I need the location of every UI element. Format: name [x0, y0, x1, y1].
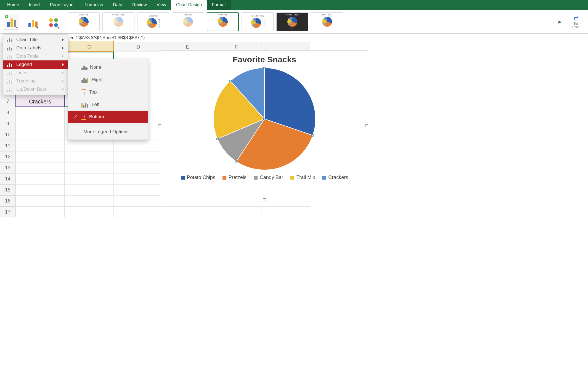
- legend-submenu: × None Right Top Left ✓ Bottom More Lege…: [68, 59, 148, 140]
- row-header[interactable]: 13: [0, 162, 15, 173]
- tab-view[interactable]: View: [152, 0, 171, 10]
- cell[interactable]: [114, 151, 163, 162]
- cell[interactable]: [114, 206, 163, 217]
- chart-design-toolbar: +: [0, 10, 588, 34]
- bar-chart-icon: [7, 37, 13, 42]
- chart-style-option[interactable]: Chart Title▪ ▪ ▪ ▪ ▪: [207, 12, 239, 31]
- legend-item[interactable]: Trail Mix: [290, 175, 315, 180]
- column-header[interactable]: D: [114, 42, 163, 52]
- legend-top[interactable]: Top: [68, 86, 148, 98]
- cell[interactable]: [15, 140, 65, 151]
- resize-handle[interactable]: [365, 124, 368, 127]
- bar-chart-icon: [7, 54, 13, 59]
- row-header[interactable]: 7: [0, 96, 15, 107]
- cell[interactable]: [261, 206, 310, 217]
- tab-data[interactable]: Data: [108, 0, 127, 10]
- cell[interactable]: [163, 206, 212, 217]
- legend-none[interactable]: × None: [68, 61, 148, 73]
- cell[interactable]: [65, 151, 114, 162]
- menu-data-labels[interactable]: Data Labels: [3, 44, 68, 52]
- trendline-icon: [7, 79, 13, 84]
- legend-item[interactable]: Crackers: [322, 175, 348, 180]
- chart-style-option[interactable]: CHART TITLE▪ ▪ ▪ ▪ ▪: [311, 12, 343, 31]
- legend-item[interactable]: Candy Bar: [254, 175, 283, 180]
- cell[interactable]: [65, 140, 114, 151]
- row-header[interactable]: 14: [0, 173, 15, 184]
- change-colors-button[interactable]: [46, 14, 61, 30]
- resize-handle[interactable]: [158, 124, 161, 127]
- chevron-right-icon: [62, 38, 64, 41]
- embedded-chart[interactable]: Favorite SnacksPotato ChipsPretzelsCandy…: [161, 50, 368, 201]
- chart-title[interactable]: Favorite Snacks: [161, 55, 368, 64]
- chevron-right-icon: [62, 71, 64, 74]
- cell[interactable]: [114, 140, 163, 151]
- menu-lines: Lines: [3, 69, 68, 77]
- legend-more-options[interactable]: More Legend Options...: [68, 126, 148, 138]
- quick-layout-button[interactable]: [26, 14, 39, 30]
- plus-icon: +: [5, 15, 8, 18]
- styles-more-button[interactable]: ▶: [557, 12, 563, 31]
- cell[interactable]: [65, 162, 114, 173]
- tab-format[interactable]: Format: [207, 0, 231, 10]
- cell[interactable]: Crackers: [15, 96, 65, 107]
- cell[interactable]: [15, 151, 65, 162]
- legend-item[interactable]: Pretzels: [223, 175, 247, 180]
- row-header[interactable]: 17: [0, 206, 15, 217]
- cell[interactable]: [65, 206, 114, 217]
- switch-row-column-button[interactable]: ⇄ Sw Row/: [568, 14, 584, 30]
- cell[interactable]: [114, 173, 163, 184]
- cell[interactable]: [65, 195, 114, 206]
- cell[interactable]: [15, 206, 65, 217]
- add-chart-element-button[interactable]: +: [4, 14, 19, 30]
- chart-style-option[interactable]: Chart Title▪ ▪ ▪ ▪ ▪: [68, 12, 100, 31]
- tab-insert[interactable]: Insert: [24, 0, 45, 10]
- tab-formulas[interactable]: Formulas: [80, 0, 108, 10]
- svg-point-5: [263, 118, 266, 120]
- add-chart-element-menu: Chart Title Data Labels Data Table Legen…: [3, 34, 68, 95]
- legend-bottom[interactable]: ✓ Bottom: [68, 111, 148, 123]
- chart-style-option[interactable]: Chart Title▪ ▪ ▪ ▪ ▪: [172, 12, 204, 31]
- svg-point-1: [312, 134, 314, 137]
- column-header[interactable]: C: [65, 42, 114, 52]
- chart-style-option[interactable]: Chart Title▪ A▪ B▪ C▪ D▪ E: [137, 12, 169, 31]
- cell[interactable]: [15, 173, 65, 184]
- tab-page-layout[interactable]: Page Layout: [45, 0, 80, 10]
- cell[interactable]: [65, 173, 114, 184]
- legend-right[interactable]: Right: [68, 73, 148, 86]
- cell[interactable]: [15, 162, 65, 173]
- chart-style-option[interactable]: CHART TITLE▪ A▪ B▪ C▪ D▪ E: [242, 12, 274, 31]
- cell[interactable]: [15, 118, 65, 129]
- cell[interactable]: [15, 129, 65, 140]
- ribbon-tabs: Home Insert Page Layout Formulas Data Re…: [0, 0, 588, 10]
- cell[interactable]: [114, 162, 163, 173]
- legend-item[interactable]: Potato Chips: [181, 175, 215, 180]
- row-header[interactable]: 12: [0, 151, 15, 162]
- row-header[interactable]: 8: [0, 107, 15, 118]
- menu-legend[interactable]: Legend: [3, 60, 68, 69]
- row-header[interactable]: 10: [0, 129, 15, 140]
- row-header[interactable]: 16: [0, 195, 15, 206]
- cell[interactable]: [15, 195, 65, 206]
- cell[interactable]: [114, 195, 163, 206]
- menu-chart-title[interactable]: Chart Title: [3, 36, 68, 44]
- chart-style-option[interactable]: CHART TITLE▪ ▪ ▪ ▪ ▪: [102, 12, 134, 31]
- formula-bar[interactable]: SERIES(,Sheet1!$A$3:$A$7,Sheet1!$B$3:$B$…: [0, 34, 588, 42]
- resize-handle[interactable]: [263, 198, 266, 201]
- cell[interactable]: [15, 107, 65, 118]
- row-header[interactable]: 9: [0, 118, 15, 129]
- row-header[interactable]: 11: [0, 140, 15, 151]
- chevron-down-icon: [57, 27, 60, 29]
- cell[interactable]: [15, 184, 65, 195]
- chart-style-option[interactable]: CHART TITLE▪ ▪ ▪ ▪ ▪: [276, 12, 308, 31]
- legend-left[interactable]: Left: [68, 98, 148, 111]
- cell[interactable]: [114, 184, 163, 195]
- cell[interactable]: [212, 206, 261, 217]
- resize-handle[interactable]: [263, 48, 266, 50]
- tab-chart-design[interactable]: Chart Design: [171, 0, 207, 10]
- row-header[interactable]: 15: [0, 184, 15, 195]
- svg-point-3: [216, 138, 219, 140]
- pie-chart[interactable]: [161, 66, 368, 171]
- tab-home[interactable]: Home: [2, 0, 24, 10]
- tab-review[interactable]: Review: [127, 0, 152, 10]
- cell[interactable]: [65, 184, 114, 195]
